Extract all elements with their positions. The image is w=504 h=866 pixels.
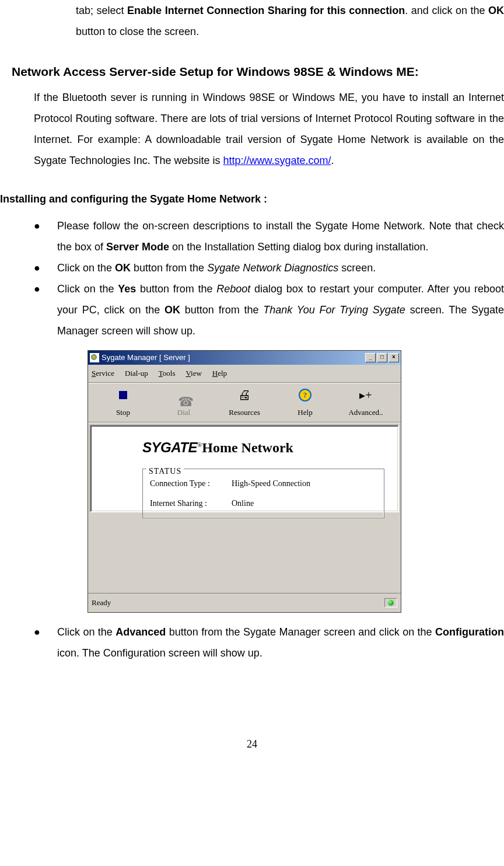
sygate-link[interactable]: http://www.sygate.com/ (223, 155, 331, 166)
toolbar-label: Advanced.. (335, 405, 396, 420)
app-icon (90, 353, 99, 362)
bullet-icon: ● (34, 257, 57, 278)
main-panel: SYGATE®Home Network STATUS Connection Ty… (90, 425, 399, 512)
advanced-button[interactable]: ▸+ Advanced.. (335, 386, 396, 420)
text: tab; select (76, 5, 127, 16)
online-icon (388, 600, 394, 606)
menu-tools[interactable]: Tools (159, 366, 176, 381)
menu-view[interactable]: View (186, 366, 201, 381)
minimize-button[interactable]: _ (365, 353, 376, 362)
empty-area (90, 514, 399, 591)
phone-icon: ☎ (178, 389, 190, 401)
list-text: Please follow the on-screen descriptions… (57, 215, 504, 257)
internet-sharing-label: Internet Sharing : (150, 495, 232, 512)
list-item: ● Click on the OK button from the Sygate… (34, 257, 504, 278)
list-text: Click on the OK button from the Sygate N… (57, 257, 504, 278)
subsection-heading: Installing and configuring the Sygate Ho… (0, 188, 504, 209)
registered-mark: ® (197, 441, 202, 448)
list-item: ● Click on the Yes button from the Reboo… (34, 278, 504, 341)
statusbar: Ready (88, 593, 401, 612)
page-content: tab; select Enable Internet Connection S… (0, 0, 504, 755)
toolbar-label: Help (275, 405, 335, 420)
toolbar-label: Stop (93, 405, 153, 420)
text: . and click on the (405, 5, 488, 16)
body-paragraph: If the Bluetooth sever is running in Win… (34, 87, 504, 171)
status-row: Connection Type : High-Speed Connection (150, 476, 377, 492)
status-group: STATUS Connection Type : High-Speed Conn… (142, 469, 384, 518)
connection-type-value: High-Speed Connection (232, 476, 310, 492)
menubar: Service Dial-up Tools View Help (88, 365, 401, 382)
product-logo: SYGATE®Home Network (142, 434, 393, 462)
window-controls: _ □ × (365, 353, 399, 362)
help-button[interactable]: ? Help (275, 386, 335, 420)
list-text: Click on the Advanced button from the Sy… (57, 621, 504, 664)
list-item: ● Please follow the on-screen descriptio… (34, 215, 504, 257)
sygate-screenshot: Sygate Manager [ Server ] _ □ × Service … (88, 350, 504, 613)
bullet-icon: ● (34, 278, 57, 341)
dial-button[interactable]: ☎ Dial (153, 386, 214, 420)
toolbar: Stop ☎ Dial 🖨 Resources ? Help ▸+ Advanc… (88, 382, 401, 423)
window-title: Sygate Manager [ Server ] (102, 350, 365, 365)
sygate-window: Sygate Manager [ Server ] _ □ × Service … (88, 350, 401, 613)
status-text: Ready (92, 595, 111, 610)
status-row: Internet Sharing : Online (150, 495, 377, 512)
text-bold: OK (488, 5, 504, 16)
stop-icon (119, 391, 127, 399)
advanced-icon: ▸+ (359, 383, 372, 407)
menu-service[interactable]: Service (92, 366, 114, 381)
help-icon: ? (299, 389, 312, 401)
section-heading: Network Access Server-side Setup for Win… (12, 60, 504, 84)
page-number: 24 (0, 734, 504, 755)
text-bold: Enable Internet Connection Sharing for t… (127, 5, 405, 16)
text: button to close the screen. (76, 26, 199, 37)
resources-button[interactable]: 🖨 Resources (214, 386, 275, 420)
status-indicator (384, 598, 397, 607)
toolbar-label: Resources (214, 405, 275, 420)
stop-button[interactable]: Stop (93, 386, 153, 420)
instruction-list: ● Please follow the on-screen descriptio… (0, 215, 504, 341)
bullet-icon: ● (34, 621, 57, 664)
continuation-paragraph: tab; select Enable Internet Connection S… (76, 0, 504, 42)
resources-icon: 🖨 (238, 382, 251, 408)
text: . (331, 155, 334, 166)
internet-sharing-value: Online (232, 495, 254, 512)
list-item: ● Click on the Advanced button from the … (34, 621, 504, 664)
close-button[interactable]: × (388, 353, 399, 362)
list-text: Click on the Yes button from the Reboot … (57, 278, 504, 341)
bullet-icon: ● (34, 215, 57, 257)
toolbar-label: Dial (153, 405, 214, 420)
maximize-button[interactable]: □ (377, 353, 387, 362)
titlebar: Sygate Manager [ Server ] _ □ × (88, 351, 401, 365)
instruction-list-cont: ● Click on the Advanced button from the … (0, 621, 504, 664)
menu-help[interactable]: Help (212, 366, 227, 381)
menu-dialup[interactable]: Dial-up (125, 366, 148, 381)
status-title: STATUS (146, 463, 184, 480)
